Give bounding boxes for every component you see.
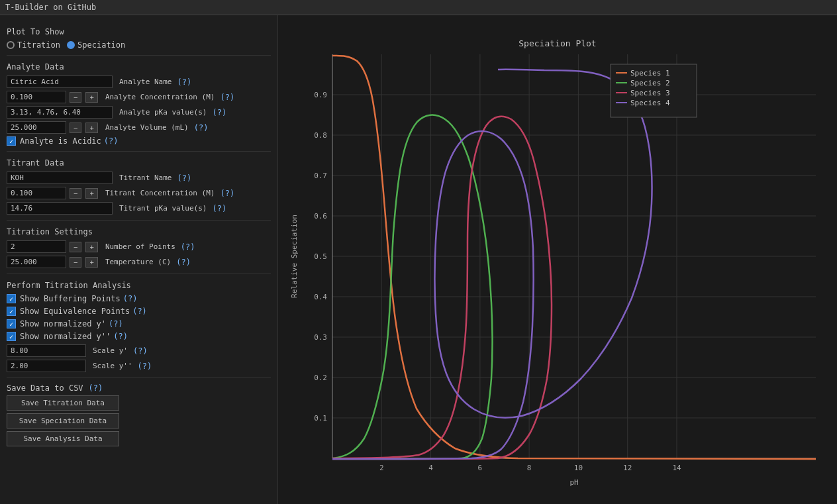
titration-radio-label[interactable]: Titration [7, 40, 60, 50]
y-tick-03: 0.3 [314, 333, 327, 342]
y-tick-07: 0.7 [314, 172, 327, 180]
temperature-help[interactable]: (?) [176, 258, 191, 267]
titrant-pka-input[interactable] [7, 202, 113, 215]
analyte-pka-input[interactable] [7, 106, 113, 119]
legend-species4-text: Species 4 [630, 99, 670, 107]
show-buffering-help[interactable]: (?) [123, 294, 138, 303]
show-normalized-y2-checkbox[interactable]: ✓ [7, 332, 16, 341]
y-axis-label: Relative Speciation [290, 215, 299, 298]
analyte-pka-help[interactable]: (?) [212, 108, 226, 117]
num-points-help[interactable]: (?) [181, 242, 195, 252]
titrant-pka-help[interactable]: (?) [212, 204, 226, 213]
num-points-input[interactable] [7, 240, 66, 253]
x-tick-14: 14 [672, 464, 681, 472]
analyte-volume-row: − + Analyte Volume (mL) (?) [7, 121, 271, 134]
species4-curve [332, 70, 652, 459]
analyte-pka-label: Analyte pKa value(s) [119, 108, 207, 117]
analyte-volume-label: Analyte Volume (mL) [105, 123, 189, 132]
temperature-input[interactable] [7, 256, 66, 268]
titrant-concentration-minus[interactable]: − [70, 188, 81, 199]
plot-type-group: Titration Speciation [7, 40, 271, 50]
analyte-volume-input[interactable] [7, 121, 66, 134]
scale-y2-row: Scale y'' (?) [7, 360, 271, 372]
show-equivalence-checkbox[interactable]: ✓ [7, 307, 16, 316]
analyte-acidic-label: Analyte is Acidic [20, 136, 101, 146]
analyte-concentration-row: − + Analyte Concentration (M) (?) [7, 91, 271, 103]
plot-to-show-label: Plot To Show [7, 27, 271, 36]
analyte-concentration-input[interactable] [7, 91, 66, 103]
save-csv-label: Save Data to CSV [7, 383, 83, 393]
scale-y1-label: Scale y' [93, 346, 128, 355]
titrant-name-row: Titrant Name (?) [7, 172, 271, 184]
main-layout: Plot To Show Titration Speciation Analyt… [0, 15, 837, 504]
save-speciation-button[interactable]: Save Speciation Data [7, 413, 119, 428]
analyte-name-help[interactable]: (?) [177, 77, 191, 87]
titrant-concentration-input[interactable] [7, 187, 66, 199]
titrant-name-input[interactable] [7, 172, 113, 184]
analyte-volume-help[interactable]: (?) [194, 123, 209, 132]
analyte-volume-plus[interactable]: + [85, 123, 97, 133]
x-tick-4: 4 [428, 464, 433, 472]
legend-species2-text: Species 2 [630, 79, 670, 87]
y-tick-02: 0.2 [314, 374, 327, 382]
show-normalized-y1-row: ✓ Show normalized y' (?) [7, 319, 271, 328]
analyte-concentration-help[interactable]: (?) [220, 93, 234, 102]
y-tick-04: 0.4 [314, 293, 327, 301]
legend-species1-text: Species 1 [630, 69, 670, 77]
num-points-minus[interactable]: − [70, 242, 81, 252]
x-tick-12: 12 [623, 464, 632, 472]
show-buffering-checkbox[interactable]: ✓ [7, 294, 16, 303]
x-axis-label: pH [569, 478, 578, 487]
temperature-label: Temperature (C) [105, 258, 171, 266]
scale-y2-label: Scale y'' [93, 362, 132, 370]
titrant-concentration-plus[interactable]: + [85, 188, 97, 199]
analyte-name-input[interactable] [7, 76, 113, 88]
show-equivalence-row: ✓ Show Equivalence Points (?) [7, 307, 271, 316]
temperature-minus[interactable]: − [70, 257, 81, 268]
num-points-label: Number of Points [105, 242, 175, 251]
temperature-plus[interactable]: + [85, 257, 97, 268]
titrant-concentration-help[interactable]: (?) [220, 189, 234, 198]
show-normalized-y1-checkbox[interactable]: ✓ [7, 319, 16, 328]
divider-1 [7, 55, 271, 56]
titration-radio-indicator [7, 41, 15, 49]
chart-title: Speciation Plot [518, 38, 596, 48]
scale-y2-input[interactable] [7, 360, 86, 372]
num-points-plus[interactable]: + [85, 242, 97, 252]
scale-y1-input[interactable] [7, 344, 86, 357]
show-equivalence-label: Show Equivalence Points [20, 307, 130, 316]
save-analysis-button[interactable]: Save Analysis Data [7, 431, 119, 446]
show-normalized-y2-row: ✓ Show normalized y'' (?) [7, 332, 271, 341]
speciation-radio-indicator [67, 41, 75, 49]
analyte-acidic-help[interactable]: (?) [104, 136, 119, 146]
save-csv-row: Save Data to CSV (?) [7, 383, 271, 393]
species2-curve [332, 115, 493, 459]
legend-species3-text: Species 3 [630, 89, 670, 97]
x-tick-2: 2 [379, 464, 384, 472]
titrant-name-help[interactable]: (?) [177, 174, 191, 183]
analyte-volume-minus[interactable]: − [70, 123, 81, 133]
show-equivalence-help[interactable]: (?) [132, 307, 147, 316]
analyte-acidic-checkbox[interactable]: ✓ [7, 136, 16, 146]
titrant-concentration-label: Titrant Concentration (M) [105, 189, 215, 197]
speciation-radio-label[interactable]: Speciation [67, 40, 125, 50]
show-normalized-y2-label: Show normalized y'' [20, 332, 111, 341]
analyte-pka-row: Analyte pKa value(s) (?) [7, 106, 271, 119]
divider-2 [7, 151, 271, 152]
show-buffering-label: Show Buffering Points [20, 294, 121, 303]
show-normalized-y1-label: Show normalized y' [20, 319, 106, 328]
scale-y1-row: Scale y' (?) [7, 344, 271, 357]
show-normalized-y1-help[interactable]: (?) [109, 319, 123, 328]
analyte-concentration-minus[interactable]: − [70, 92, 81, 103]
scale-y2-help[interactable]: (?) [138, 362, 152, 371]
divider-3 [7, 220, 271, 221]
divider-4 [7, 274, 271, 274]
show-normalized-y2-help[interactable]: (?) [113, 332, 128, 341]
save-csv-help[interactable]: (?) [89, 383, 103, 393]
x-tick-8: 8 [527, 464, 532, 472]
y-tick-09: 0.9 [314, 91, 327, 99]
x-tick-6: 6 [478, 464, 483, 472]
scale-y1-help[interactable]: (?) [133, 346, 148, 356]
analyte-concentration-plus[interactable]: + [85, 92, 97, 103]
save-titration-button[interactable]: Save Titration Data [7, 395, 119, 411]
